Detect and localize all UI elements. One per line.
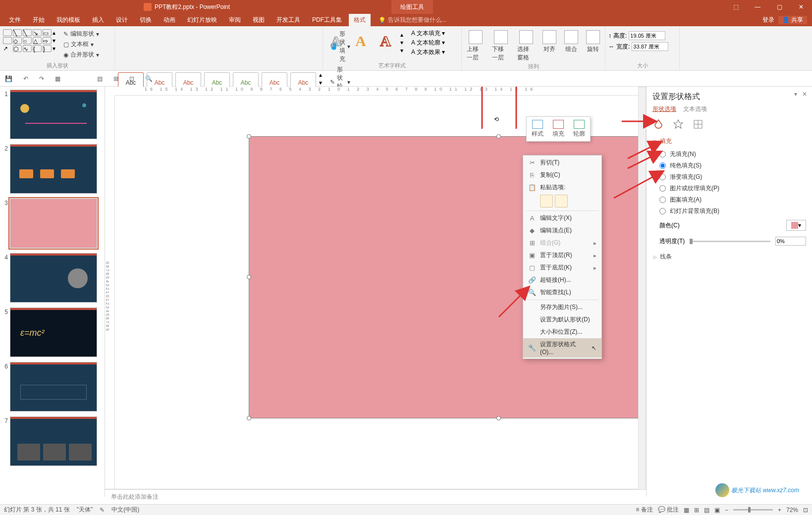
menu-save-as-picture[interactable]: 另存为图片(S)... xyxy=(523,301,601,313)
thumbnail-slide-2[interactable] xyxy=(10,144,97,194)
pane-options-icon[interactable]: ▾ xyxy=(794,91,797,98)
share-button[interactable]: 👤 共享 xyxy=(778,16,807,24)
menu-copy[interactable]: ⎘复制(C) xyxy=(523,169,601,181)
thumbnail-slide-4[interactable] xyxy=(10,253,97,303)
normal-view-button[interactable]: ▦ xyxy=(684,507,689,514)
mini-fill-button[interactable]: 填充 xyxy=(549,119,567,139)
ribbon-display-options-button[interactable]: ⬚ xyxy=(725,0,747,14)
zoom-out-button[interactable]: − xyxy=(725,507,728,514)
resize-handle-s[interactable] xyxy=(496,416,501,420)
contextual-tab-drawing-tools[interactable]: 绘图工具 xyxy=(391,0,433,14)
tell-me-box[interactable]: 💡告诉我您想要做什么... xyxy=(379,16,446,24)
rotate-button[interactable]: 旋转 xyxy=(584,29,602,63)
spellcheck-icon[interactable]: ✎ xyxy=(100,507,105,514)
save-button[interactable]: 💾 xyxy=(5,75,12,82)
group-button[interactable]: 组合 xyxy=(562,29,580,63)
zoom-icon[interactable]: 🔍 xyxy=(145,75,153,82)
notes-toggle[interactable]: ≡ 备注 xyxy=(636,506,652,514)
menu-edit-text[interactable]: A编辑文字(X) xyxy=(523,212,601,224)
width-input[interactable] xyxy=(632,42,668,51)
shapes-gallery[interactable]: ↗ ╲◇⬡ ╲○∿ ↘△{ ▭⇨} ▴▾▾ xyxy=(3,27,58,62)
menu-format-shape[interactable]: 🔧设置形状格式(O)...↖ xyxy=(523,338,601,358)
tab-file[interactable]: 文件 xyxy=(4,14,26,26)
tab-developer[interactable]: 开发工具 xyxy=(271,14,305,26)
menu-group[interactable]: ⊞组合(G)▸ xyxy=(523,237,601,249)
effects-icon[interactable] xyxy=(672,118,684,130)
tab-review[interactable]: 审阅 xyxy=(224,14,246,26)
line-section-header[interactable]: 线条 xyxy=(652,253,806,261)
radio-pattern-fill[interactable]: 图案填充(A) xyxy=(659,194,806,206)
transparency-input[interactable] xyxy=(775,237,806,246)
mini-style-button[interactable]: 样式 xyxy=(529,119,546,139)
guides-icon[interactable]: ⊡ xyxy=(129,75,134,82)
menu-edit-points[interactable]: ◆编辑顶点(E) xyxy=(523,224,601,237)
menu-cut[interactable]: ✂剪切(T) xyxy=(523,156,601,169)
resize-handle-nw[interactable] xyxy=(247,134,251,139)
zoom-in-button[interactable]: + xyxy=(778,507,781,514)
menu-size-and-position[interactable]: 大小和位置(Z)... xyxy=(523,326,601,338)
thumbnail-slide-5[interactable]: ε=mc² xyxy=(10,308,97,357)
thumbnail-slide-1[interactable]: ❄ xyxy=(10,90,97,139)
sorter-view-button[interactable]: ⊞ xyxy=(694,507,699,514)
slide-thumbnails-panel[interactable]: 1❄ 2 3 4 5ε=mc² 6 7 xyxy=(0,87,105,497)
edit-shape-button[interactable]: ✎ 编辑形状 ▾ xyxy=(62,29,100,39)
radio-solid-fill[interactable]: 纯色填充(S) xyxy=(659,160,806,171)
tab-format[interactable]: 格式 xyxy=(349,14,371,26)
radio-picture-fill[interactable]: 图片或纹理填充(P) xyxy=(659,183,806,194)
menu-set-default-shape[interactable]: 设置为默认形状(D) xyxy=(523,313,601,326)
login-button[interactable]: 登录 xyxy=(762,16,774,24)
tab-insert[interactable]: 插入 xyxy=(87,14,109,26)
reading-view-button[interactable]: ▤ xyxy=(704,507,709,514)
merge-shapes-button[interactable]: ◉ 合并形状 ▾ xyxy=(62,50,100,59)
fill-color-button[interactable]: ▾ xyxy=(786,220,806,231)
undo-button[interactable]: ↶ xyxy=(23,75,28,82)
thumbnail-slide-7[interactable] xyxy=(10,416,97,466)
close-button[interactable]: ✕ xyxy=(790,0,812,14)
resize-handle-w[interactable] xyxy=(247,275,251,279)
radio-no-fill[interactable]: 无填充(N) xyxy=(659,149,806,160)
resize-handle-sw[interactable] xyxy=(247,416,251,420)
vertical-scrollbar[interactable] xyxy=(638,87,646,497)
radio-slide-bg-fill[interactable]: 幻灯片背景填充(B) xyxy=(659,206,806,217)
text-fill-button[interactable]: A 文本填充 ▾ xyxy=(411,29,445,38)
reading-view-icon[interactable]: ▤ xyxy=(97,75,103,82)
zoom-slider[interactable] xyxy=(733,509,773,511)
selection-pane-button[interactable]: 选择窗格 xyxy=(515,29,537,63)
height-input[interactable] xyxy=(629,31,665,40)
tab-design[interactable]: 设计 xyxy=(111,14,133,26)
menu-bring-to-front[interactable]: ▣置于顶层(R)▸ xyxy=(523,249,601,261)
shape-options-tab[interactable]: 形状选项 xyxy=(652,105,676,113)
redo-button[interactable]: ↷ xyxy=(39,75,44,82)
paste-option-2[interactable] xyxy=(555,195,568,207)
zoom-level[interactable]: 72% xyxy=(786,507,798,514)
comments-toggle[interactable]: 💬 批注 xyxy=(658,506,679,514)
fill-section-header[interactable]: 填充 xyxy=(652,137,806,146)
wordart-preset[interactable]: A xyxy=(376,31,395,51)
rotate-handle[interactable]: ⟲ xyxy=(494,116,504,126)
resize-handle-n[interactable] xyxy=(496,134,501,139)
text-effects-button[interactable]: A 文本效果 ▾ xyxy=(411,48,445,56)
grid-icon[interactable]: ⊞ xyxy=(113,75,118,82)
wordart-styles-gallery[interactable]: A A A ▴▾▾ xyxy=(326,27,406,62)
menu-send-to-back[interactable]: ▢置于底层(K)▸ xyxy=(523,261,601,274)
size-properties-icon[interactable] xyxy=(692,118,704,130)
menu-smart-lookup[interactable]: 🔍智能查找(L) xyxy=(523,286,601,299)
minimize-button[interactable]: — xyxy=(747,0,768,14)
fill-and-line-icon[interactable] xyxy=(652,118,664,130)
tab-home[interactable]: 开始 xyxy=(28,14,50,26)
wordart-preset[interactable]: A xyxy=(351,31,371,51)
wordart-preset[interactable]: A xyxy=(326,31,346,51)
menu-hyperlink[interactable]: 🔗超链接(H)... xyxy=(523,274,601,286)
slide-canvas-area[interactable]: 16 15 14 13 12 11 10 9 8 7 6 5 4 3 2 1 0… xyxy=(105,87,646,497)
text-outline-button[interactable]: A 文本轮廓 ▾ xyxy=(411,39,445,47)
tab-my-templates[interactable]: 我的模板 xyxy=(52,14,85,26)
tab-transitions[interactable]: 切换 xyxy=(135,14,157,26)
transparency-slider[interactable] xyxy=(690,241,770,242)
send-backward-button[interactable]: 下移一层 xyxy=(490,29,511,63)
mini-outline-button[interactable]: 轮廓 xyxy=(570,119,588,139)
fit-to-window-button[interactable]: ⊡ xyxy=(803,507,808,514)
tab-slideshow[interactable]: 幻灯片放映 xyxy=(182,14,222,26)
restore-button[interactable]: ▢ xyxy=(768,0,790,14)
radio-gradient-fill[interactable]: 渐变填充(G) xyxy=(659,171,806,183)
text-options-tab[interactable]: 文本选项 xyxy=(683,105,707,113)
